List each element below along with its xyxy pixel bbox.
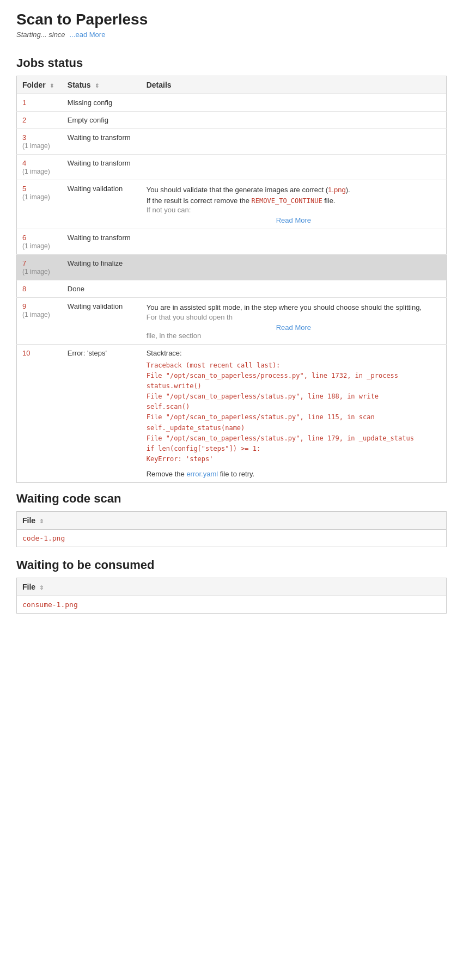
stacktrace-label: Stacktrace: (147, 349, 441, 357)
folder-cell: 3(1 image) (17, 129, 62, 155)
folder-cell: 8 (17, 280, 62, 298)
table-row: 9(1 image)Waiting validationYou are in a… (17, 298, 447, 345)
status-cell: Missing config (62, 94, 141, 112)
details-file-link[interactable]: 1.png (328, 186, 346, 194)
list-item: consume-1.png (17, 596, 447, 614)
waiting-consume-heading: Waiting to be consumed (16, 558, 447, 572)
remove-to-continue-code: REMOVE_TO_CONTINUE (252, 197, 322, 205)
page-title: Scan to Paperless (16, 11, 447, 28)
waiting-code-table: File ⇕ code-1.png (16, 511, 447, 547)
read-more-top-link[interactable]: ...ead More (70, 30, 106, 39)
jobs-status-heading: Jobs status (16, 56, 447, 70)
subtitle: Starting... since (16, 30, 65, 39)
details-cell (141, 94, 447, 112)
status-cell: Done (62, 280, 141, 298)
details-cell (141, 129, 447, 155)
col-status: Status ⇕ (62, 76, 141, 94)
details-cell (141, 280, 447, 298)
status-cell: Waiting validation (62, 298, 141, 345)
details-cell (141, 155, 447, 180)
file-name: code-1.png (17, 530, 447, 547)
col-details: Details (141, 76, 447, 94)
status-cell: Waiting validation (62, 180, 141, 229)
folder-number: 10 (22, 349, 30, 357)
details-truncated: If not you can: (147, 206, 191, 214)
details-cell: You are in assisted split mode, in the s… (141, 298, 447, 345)
folder-image-count: (1 image) (22, 142, 50, 150)
waiting-code-col-file: File ⇕ (17, 512, 447, 530)
folder-cell: 7(1 image) (17, 255, 62, 280)
waiting-consume-sort-icon[interactable]: ⇕ (39, 585, 44, 591)
table-row: 10Error: 'steps'Stacktrace:Traceback (mo… (17, 344, 447, 483)
status-cell: Waiting to finalize (62, 255, 141, 280)
table-row: 4(1 image)Waiting to transform (17, 155, 447, 180)
details-cell: Stacktrace:Traceback (most recent call l… (141, 344, 447, 483)
table-row: 3(1 image)Waiting to transform (17, 129, 447, 155)
folder-cell: 5(1 image) (17, 180, 62, 229)
waiting-consume-table: File ⇕ consume-1.png (16, 578, 447, 614)
list-item: code-1.png (17, 530, 447, 547)
jobs-table: Folder ⇕ Status ⇕ Details 1Missing confi… (16, 76, 447, 483)
details-suffix: file, in the section (147, 332, 201, 340)
status-cell: Waiting to transform (62, 155, 141, 180)
folder-cell: 4(1 image) (17, 155, 62, 180)
folder-cell: 6(1 image) (17, 229, 62, 255)
folder-number: 8 (22, 285, 26, 293)
folder-sort-icon[interactable]: ⇕ (50, 83, 54, 89)
status-cell: Waiting to transform (62, 229, 141, 255)
table-row: 5(1 image)Waiting validationYou should v… (17, 180, 447, 229)
table-row: 8Done (17, 280, 447, 298)
status-cell: Empty config (62, 112, 141, 129)
folder-number: 1 (22, 99, 26, 107)
folder-cell: 2 (17, 112, 62, 129)
folder-number: 3 (22, 133, 26, 142)
details-text: You should validate that the generate im… (147, 185, 441, 206)
folder-number: 5 (22, 185, 26, 193)
status-cell: Waiting to transform (62, 129, 141, 155)
remove-note: Remove the error.yaml file to retry. (147, 470, 441, 478)
status-sort-icon[interactable]: ⇕ (95, 83, 99, 89)
status-cell: Error: 'steps' (62, 344, 141, 483)
col-folder: Folder ⇕ (17, 76, 62, 94)
folder-number: 6 (22, 234, 26, 242)
folder-cell: 9(1 image) (17, 298, 62, 345)
folder-image-count: (1 image) (22, 193, 50, 201)
folder-cell: 1 (17, 94, 62, 112)
folder-image-count: (1 image) (22, 268, 50, 275)
folder-number: 9 (22, 302, 26, 310)
stacktrace-content: Traceback (most recent call last): File … (147, 360, 441, 465)
folder-image-count: (1 image) (22, 242, 50, 250)
waiting-code-heading: Waiting code scan (16, 492, 447, 506)
folder-number: 4 (22, 159, 26, 167)
details-cell (141, 229, 447, 255)
file-name: consume-1.png (17, 596, 447, 614)
table-row: 7(1 image)Waiting to finalize (17, 255, 447, 280)
table-row: 1Missing config (17, 94, 447, 112)
waiting-code-sort-icon[interactable]: ⇕ (39, 518, 44, 524)
details-truncated: For that you should open th (147, 313, 233, 321)
folder-number: 7 (22, 259, 26, 267)
read-more-link[interactable]: Read More (147, 323, 441, 332)
folder-cell: 10 (17, 344, 62, 483)
details-cell (141, 112, 447, 129)
folder-image-count: (1 image) (22, 311, 50, 318)
table-row: 6(1 image)Waiting to transform (17, 229, 447, 255)
error-yaml-link[interactable]: error.yaml (186, 470, 218, 478)
waiting-consume-col-file: File ⇕ (17, 578, 447, 596)
folder-image-count: (1 image) (22, 168, 50, 175)
details-text: You are in assisted split mode, in the s… (147, 302, 441, 313)
details-cell: You should validate that the generate im… (141, 180, 447, 229)
read-more-link[interactable]: Read More (147, 216, 441, 224)
details-cell (141, 255, 447, 280)
folder-number: 2 (22, 116, 26, 124)
table-row: 2Empty config (17, 112, 447, 129)
